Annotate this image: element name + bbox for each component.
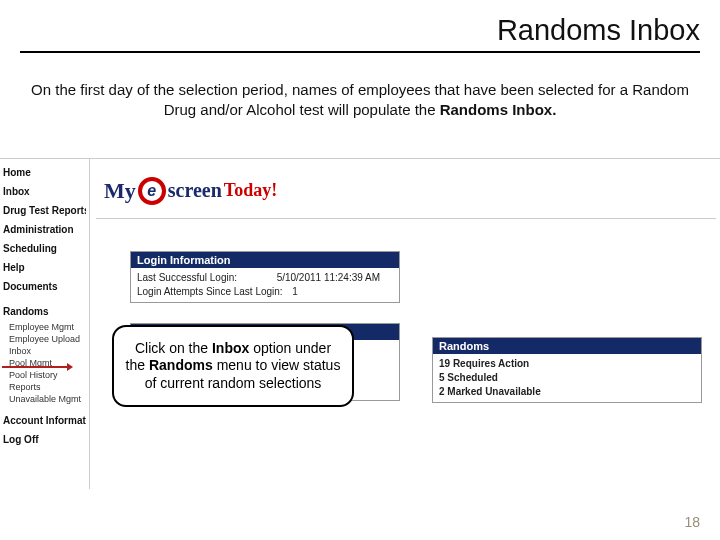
nav-administration[interactable]: Administration	[3, 220, 86, 239]
intro-bold: Randoms Inbox.	[440, 101, 557, 118]
page-number: 18	[684, 514, 700, 530]
randoms-marked-unavailable[interactable]: 2 Marked Unavailable	[439, 385, 695, 399]
logo-e: e	[147, 182, 156, 200]
intro-text: On the first day of the selection period…	[20, 80, 700, 119]
login-info-header: Login Information	[131, 252, 399, 268]
logo-my: My	[104, 178, 136, 204]
nav-randoms-sub-employee-upload[interactable]: Employee Upload	[3, 333, 86, 345]
callout-p1: Click on the	[135, 340, 212, 356]
login-last-value: 5/10/2011 11:24:39 AM	[277, 271, 380, 285]
nav-account-info[interactable]: Account Information	[3, 411, 86, 430]
slide-title: Randoms Inbox	[20, 14, 700, 53]
randoms-panel-header: Randoms	[433, 338, 701, 354]
nav-randoms[interactable]: Randoms	[3, 302, 86, 321]
intro-part1: On the first day of the selection period…	[31, 81, 689, 118]
nav-log-off[interactable]: Log Off	[3, 430, 86, 449]
randoms-scheduled[interactable]: 5 Scheduled	[439, 371, 695, 385]
callout-arrow	[2, 366, 68, 368]
login-attempts-label: Login Attempts Since Last Login:	[137, 286, 283, 297]
login-info-panel: Login Information Last Successful Login:…	[130, 251, 400, 303]
callout-b2: Randoms	[149, 357, 213, 373]
login-attempts-value: 1	[292, 285, 298, 299]
screenshot-area: Home Inbox Drug Test Reports Administrat…	[0, 158, 720, 488]
logo-today: Today!	[224, 180, 277, 201]
nav-randoms-sub-pool-history[interactable]: Pool History	[3, 369, 86, 381]
nav-scheduling[interactable]: Scheduling	[3, 239, 86, 258]
randoms-panel: Randoms 19 Requires Action 5 Scheduled 2…	[432, 337, 702, 403]
nav-inbox[interactable]: Inbox	[3, 182, 86, 201]
left-nav: Home Inbox Drug Test Reports Administrat…	[0, 159, 90, 489]
login-last-label: Last Successful Login:	[137, 272, 237, 283]
logo-screen: screen	[168, 179, 222, 202]
randoms-requires-action[interactable]: 19 Requires Action	[439, 357, 695, 371]
nav-home[interactable]: Home	[3, 163, 86, 182]
nav-randoms-sub-reports[interactable]: Reports	[3, 381, 86, 393]
nav-drug-test-reports[interactable]: Drug Test Reports	[3, 201, 86, 220]
logo-ring-icon: e	[138, 177, 166, 205]
nav-randoms-sub-unavailable-mgmt[interactable]: Unavailable Mgmt	[3, 393, 86, 405]
nav-documents[interactable]: Documents	[3, 277, 86, 296]
nav-randoms-sub-inbox[interactable]: Inbox	[3, 345, 86, 357]
nav-randoms-sub-employee-mgmt[interactable]: Employee Mgmt	[3, 321, 86, 333]
nav-help[interactable]: Help	[3, 258, 86, 277]
instruction-callout: Click on the Inbox option under the Rand…	[112, 325, 354, 407]
callout-b1: Inbox	[212, 340, 249, 356]
logo-bar: My e screen Today!	[96, 163, 716, 219]
